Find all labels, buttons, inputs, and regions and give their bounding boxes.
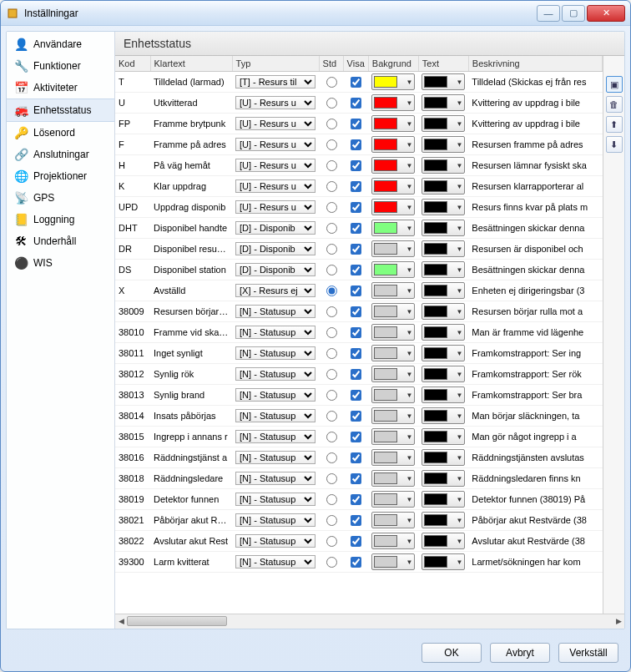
text-color-picker[interactable]: ▼ — [422, 366, 465, 382]
visa-checkbox[interactable] — [351, 265, 361, 275]
table-row[interactable]: 38011Inget synligt[N] - Statusup▼▼Framko… — [115, 343, 603, 364]
move-down-button[interactable]: ⬇ — [606, 136, 623, 153]
text-color-picker[interactable]: ▼ — [422, 136, 465, 153]
visa-checkbox[interactable] — [351, 98, 361, 109]
typ-select[interactable]: [X] - Resurs ej — [235, 284, 316, 297]
std-radio[interactable] — [326, 494, 337, 505]
table-row[interactable]: 38009Resursen börjar ru[N] - Statusup▼▼R… — [115, 301, 603, 322]
col-klartext[interactable]: Klartext — [150, 56, 232, 72]
table-row[interactable]: 38022Avslutar akut Rest[N] - Statusup▼▼A… — [115, 531, 603, 552]
typ-select[interactable]: [U] - Resurs u — [235, 159, 316, 172]
table-row[interactable]: 38014Insats påbörjas[N] - Statusup▼▼Man … — [115, 406, 603, 427]
visa-checkbox[interactable] — [351, 494, 361, 505]
std-radio[interactable] — [326, 77, 337, 88]
typ-select[interactable]: [N] - Statusup — [235, 346, 316, 360]
text-color-picker[interactable]: ▼ — [422, 157, 465, 174]
table-row[interactable]: 38021Påbörjar akut Rest[N] - Statusup▼▼P… — [115, 510, 603, 531]
std-radio[interactable] — [326, 202, 337, 213]
minimize-button[interactable]: — — [537, 5, 560, 22]
std-radio[interactable] — [326, 369, 337, 380]
col-std[interactable]: Std — [319, 56, 343, 72]
bg-color-picker[interactable]: ▼ — [371, 324, 415, 341]
sidebar-item-funktioner[interactable]: 🔧Funktioner — [7, 55, 114, 77]
std-radio[interactable] — [326, 98, 337, 109]
std-radio[interactable] — [326, 411, 337, 422]
table-row[interactable]: TTilldelad (larmad)[T] - Resurs til▼▼Til… — [115, 72, 603, 93]
typ-select[interactable]: [N] - Statusup — [235, 555, 316, 568]
text-color-picker[interactable]: ▼ — [422, 178, 465, 195]
std-radio[interactable] — [326, 181, 337, 192]
typ-select[interactable]: [N] - Statusup — [235, 493, 316, 506]
visa-checkbox[interactable] — [351, 181, 361, 192]
table-row[interactable]: 38018Räddningsledare[N] - Statusup▼▼Rädd… — [115, 468, 603, 489]
std-radio[interactable] — [326, 348, 337, 359]
bg-color-picker[interactable]: ▼ — [371, 178, 415, 195]
table-row[interactable]: DRDisponibel resursa[D] - Disponib▼▼Resu… — [115, 239, 603, 260]
visa-checkbox[interactable] — [351, 473, 361, 484]
bg-color-picker[interactable]: ▼ — [371, 261, 415, 278]
typ-select[interactable]: [D] - Disponib — [235, 242, 316, 255]
scroll-right-arrow[interactable]: ▶ — [613, 615, 624, 627]
typ-select[interactable]: [N] - Statusup — [235, 472, 316, 485]
bg-color-picker[interactable]: ▼ — [371, 449, 415, 466]
std-radio[interactable] — [326, 160, 337, 171]
text-color-picker[interactable]: ▼ — [422, 491, 465, 508]
visa-checkbox[interactable] — [351, 515, 361, 526]
text-color-picker[interactable]: ▼ — [422, 282, 465, 299]
col-text[interactable]: Text — [418, 56, 468, 72]
std-radio[interactable] — [326, 244, 337, 255]
move-up-button[interactable]: ⬆ — [606, 116, 623, 133]
typ-select[interactable]: [N] - Statusup — [235, 305, 316, 318]
col-typ[interactable]: Typ — [232, 56, 319, 72]
typ-select[interactable]: [N] - Statusup — [235, 326, 316, 339]
table-row[interactable]: 38015Ingrepp i annans r[N] - Statusup▼▼M… — [115, 427, 603, 447]
table-row[interactable]: UUtkvitterad[U] - Resurs u▼▼Kvittering a… — [115, 93, 603, 114]
sidebar-item-gps[interactable]: 📡GPS — [7, 187, 114, 209]
visa-checkbox[interactable] — [351, 77, 361, 88]
std-radio[interactable] — [326, 473, 337, 484]
sidebar-item-underhåll[interactable]: 🛠Underhåll — [7, 230, 114, 252]
bg-color-picker[interactable]: ▼ — [371, 345, 415, 361]
typ-select[interactable]: [N] - Statusup — [235, 513, 316, 527]
bg-color-picker[interactable]: ▼ — [371, 115, 415, 132]
text-color-picker[interactable]: ▼ — [422, 303, 465, 320]
maximize-button[interactable]: ▢ — [562, 5, 585, 22]
std-radio[interactable] — [326, 139, 337, 150]
bg-color-picker[interactable]: ▼ — [371, 428, 415, 445]
text-color-picker[interactable]: ▼ — [422, 199, 465, 215]
grid-scroll[interactable]: Kod Klartext Typ Std Visa Bakgrund Text … — [115, 56, 603, 614]
text-color-picker[interactable]: ▼ — [422, 94, 465, 111]
text-color-picker[interactable]: ▼ — [422, 324, 465, 341]
text-color-picker[interactable]: ▼ — [422, 553, 465, 570]
table-row[interactable]: DHTDisponibel handte[D] - Disponib▼▼Besä… — [115, 218, 603, 239]
std-radio[interactable] — [326, 223, 337, 234]
typ-select[interactable]: [U] - Resurs u — [235, 117, 316, 130]
std-radio[interactable] — [326, 327, 337, 338]
bg-color-picker[interactable]: ▼ — [371, 387, 415, 403]
typ-select[interactable]: [N] - Statusup — [235, 534, 316, 548]
typ-select[interactable]: [T] - Resurs til — [235, 75, 316, 88]
visa-checkbox[interactable] — [351, 536, 361, 547]
table-row[interactable]: FFramme på adres[U] - Resurs u▼▼Resursen… — [115, 134, 603, 155]
text-color-picker[interactable]: ▼ — [422, 470, 465, 487]
visa-checkbox[interactable] — [351, 285, 361, 296]
delete-button[interactable]: 🗑 — [606, 96, 623, 113]
visa-checkbox[interactable] — [351, 119, 361, 129]
col-visa[interactable]: Visa — [343, 56, 368, 72]
text-color-picker[interactable]: ▼ — [422, 240, 465, 257]
visa-checkbox[interactable] — [351, 306, 361, 317]
text-color-picker[interactable]: ▼ — [422, 220, 465, 236]
cancel-button[interactable]: Avbryt — [490, 643, 550, 663]
sidebar-item-projektioner[interactable]: 🌐Projektioner — [7, 165, 114, 187]
titlebar[interactable]: Inställningar — ▢ ✕ — [1, 1, 630, 26]
std-radio[interactable] — [326, 285, 337, 296]
sidebar-item-anslutningar[interactable]: 🔗Anslutningar — [7, 144, 114, 165]
bg-color-picker[interactable]: ▼ — [371, 491, 415, 508]
scroll-left-arrow[interactable]: ◀ — [115, 615, 127, 627]
std-radio[interactable] — [326, 119, 337, 129]
apply-button[interactable]: Verkställ — [558, 643, 618, 663]
visa-checkbox[interactable] — [351, 557, 361, 568]
table-row[interactable]: HPå väg hemåt[U] - Resurs u▼▼Resursen lä… — [115, 155, 603, 176]
typ-select[interactable]: [N] - Statusup — [235, 451, 316, 464]
table-row[interactable]: KKlar uppdrag[U] - Resurs u▼▼Resursen kl… — [115, 176, 603, 197]
